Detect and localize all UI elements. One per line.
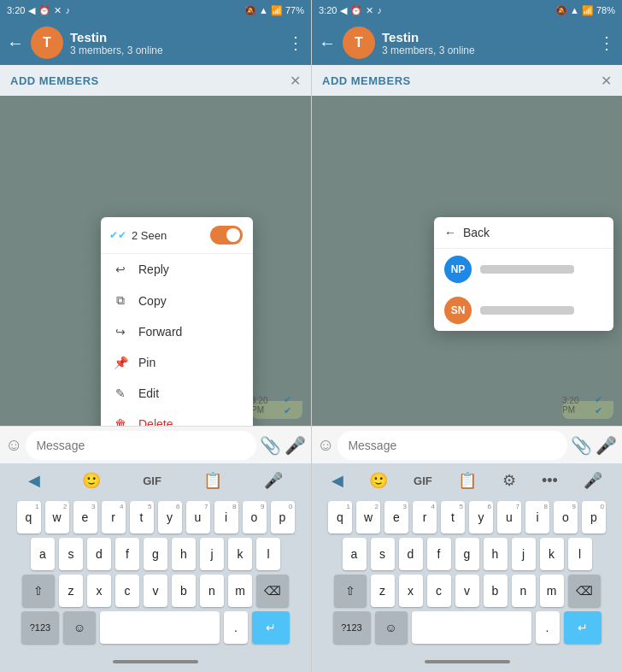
clip-icon-left[interactable]: 📋 [203,471,222,490]
key-z-left[interactable]: z [59,575,83,607]
key-shift-left[interactable]: ⇧ [22,575,55,607]
key-num-right[interactable]: ?123 [333,611,371,644]
key-space-left[interactable] [100,611,220,644]
key-f-right[interactable]: f [427,538,451,570]
add-members-close-left[interactable]: ✕ [290,73,301,89]
key-h-right[interactable]: h [484,538,508,570]
key-g-right[interactable]: g [455,538,479,570]
key-q-left[interactable]: q1 [17,501,41,533]
key-period-left[interactable]: . [224,611,248,644]
key-b-left[interactable]: b [172,575,196,607]
key-enter-left[interactable]: ↵ [252,611,290,644]
add-members-close-right[interactable]: ✕ [601,73,612,89]
back-row[interactable]: ← Back [434,217,613,249]
attach-icon-right[interactable]: 📎 [571,435,592,456]
menu-item-edit[interactable]: ✎ Edit [101,378,253,409]
key-space-right[interactable] [412,611,531,644]
more-button-right[interactable]: ⋮ [598,32,615,53]
key-h-left[interactable]: h [172,538,196,570]
key-d-left[interactable]: d [87,538,111,570]
mic-toolbar-right[interactable]: 🎤 [584,471,602,490]
key-r-left[interactable]: r4 [102,501,126,533]
back-button-left[interactable]: ← [7,33,24,53]
menu-item-pin[interactable]: 📌 Pin [101,347,253,378]
key-b-right[interactable]: b [484,575,508,607]
key-enter-right[interactable]: ↵ [564,611,601,644]
key-o-right[interactable]: o9 [554,501,578,533]
key-num-left[interactable]: ?123 [21,611,59,644]
key-t-right[interactable]: t5 [441,501,465,533]
key-i-right[interactable]: i8 [525,501,549,533]
key-v-left[interactable]: v [144,575,167,607]
key-k-right[interactable]: k [540,538,564,570]
sticker-icon-right[interactable]: 🙂 [369,471,388,490]
key-j-right[interactable]: j [512,538,536,570]
key-z-right[interactable]: z [371,575,395,607]
nav-kb-icon-right[interactable]: ◀ [332,471,343,490]
menu-item-forward[interactable]: ↪ Forward [101,316,253,347]
emoji-input-icon-right[interactable]: ☺ [317,435,334,455]
key-l-right[interactable]: l [568,538,592,570]
key-d-right[interactable]: d [399,538,423,570]
clipboard-icon-right[interactable]: 📋 [458,471,477,490]
message-input-left[interactable] [26,431,256,460]
add-members-label-left[interactable]: ADD MEMBERS [10,74,99,87]
sticker-icon-left[interactable]: 🙂 [82,471,101,490]
key-emoji-left[interactable]: ☺ [63,611,96,644]
key-emoji-right[interactable]: ☺ [375,611,408,644]
key-r-right[interactable]: r4 [413,501,437,533]
menu-item-delete[interactable]: 🗑 Delete [101,409,253,426]
key-o-left[interactable]: o9 [243,501,267,533]
key-e-left[interactable]: e3 [73,501,97,533]
key-f-left[interactable]: f [115,538,139,570]
key-backspace-left[interactable]: ⌫ [256,575,289,607]
key-j-left[interactable]: j [200,538,224,570]
seen-toggle[interactable] [210,226,243,245]
key-x-right[interactable]: x [399,575,423,607]
key-x-left[interactable]: x [87,575,111,607]
menu-item-copy[interactable]: ⧉ Copy [101,285,253,316]
key-p-left[interactable]: p0 [271,501,295,533]
gif-icon-right[interactable]: GIF [414,475,432,487]
key-q-right[interactable]: q1 [328,501,352,533]
key-n-right[interactable]: n [512,575,536,607]
more-button-left[interactable]: ⋮ [287,32,304,53]
mic-icon-right[interactable]: 🎤 [596,435,617,456]
attach-icon-left[interactable]: 📎 [260,435,281,456]
key-p-right[interactable]: p0 [582,501,606,533]
key-backspace-right[interactable]: ⌫ [568,575,601,607]
message-input-right[interactable] [337,431,567,460]
nav-kb-icon-left[interactable]: ◀ [28,471,40,490]
key-y-left[interactable]: y6 [158,501,182,533]
key-c-right[interactable]: c [427,575,451,607]
add-members-label-right[interactable]: ADD MEMBERS [322,74,411,87]
key-g-left[interactable]: g [144,538,167,570]
key-k-left[interactable]: k [228,538,252,570]
key-a-right[interactable]: a [343,538,367,570]
mic-icon-left[interactable]: 🎤 [285,435,306,456]
key-m-left[interactable]: m [228,575,252,607]
key-v-right[interactable]: v [455,575,479,607]
key-s-left[interactable]: s [59,538,83,570]
key-shift-right[interactable]: ⇧ [334,575,367,607]
mic-toolbar-left[interactable]: 🎤 [264,471,283,490]
back-button-right[interactable]: ← [319,33,336,53]
key-n-left[interactable]: n [200,575,224,607]
gear-icon-right[interactable]: ⚙ [502,471,516,490]
key-u-right[interactable]: u7 [497,501,521,533]
key-i-left[interactable]: i8 [214,501,238,533]
menu-item-reply[interactable]: ↩ Reply [101,254,253,285]
key-e-right[interactable]: e3 [384,501,408,533]
key-period-right[interactable]: . [536,611,560,644]
key-l-left[interactable]: l [256,538,280,570]
key-w-right[interactable]: w2 [356,501,380,533]
key-a-left[interactable]: a [31,538,55,570]
emoji-input-icon-left[interactable]: ☺ [5,435,22,455]
gif-icon-left[interactable]: GIF [143,475,161,487]
key-m-right[interactable]: m [540,575,564,607]
key-t-left[interactable]: t5 [130,501,154,533]
key-c-left[interactable]: c [115,575,139,607]
key-u-left[interactable]: u7 [186,501,210,533]
key-y-right[interactable]: y6 [469,501,493,533]
key-w-left[interactable]: w2 [45,501,69,533]
